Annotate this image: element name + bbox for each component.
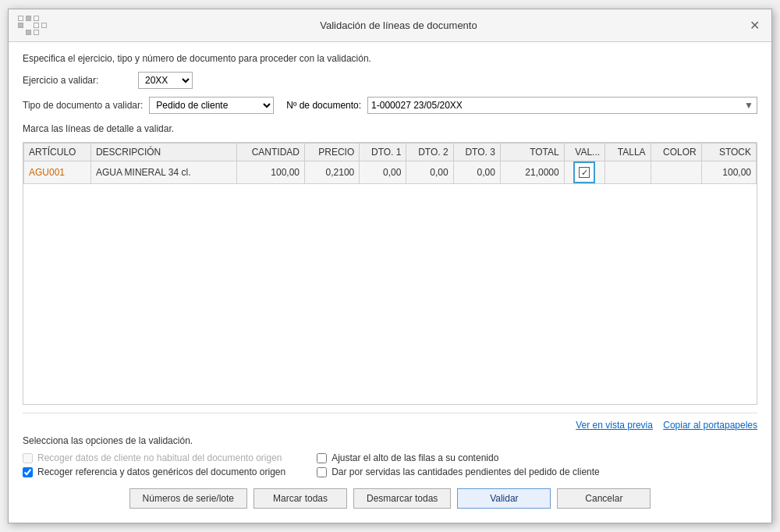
options-label: Selecciona las opciones de la validación… xyxy=(23,435,757,446)
option-checkbox-2[interactable] xyxy=(23,467,33,477)
cell-stock: 100,00 xyxy=(701,161,756,184)
col-dto3: DTO. 3 xyxy=(453,144,500,161)
table-header-row: ARTÍCULO DESCRIPCIÓN CANTIDAD PRECIO DTO… xyxy=(24,144,757,161)
bottom-section: Ver en vista previa Copiar al portapapel… xyxy=(23,413,757,512)
main-dialog: Validación de líneas de documento ✕ Espe… xyxy=(8,9,772,523)
ejercicio-label: Ejercicio a validar: xyxy=(23,75,132,86)
options-col-left: Recoger datos de cliente no habitual del… xyxy=(23,452,285,477)
cell-color xyxy=(651,161,701,184)
cell-precio: 0,2100 xyxy=(305,161,360,184)
option-label-3: Ajustar el alto de las filas a su conten… xyxy=(332,452,498,463)
col-articulo: ARTÍCULO xyxy=(24,144,91,161)
cell-dto2: 0,00 xyxy=(406,161,453,184)
preview-link[interactable]: Ver en vista previa xyxy=(576,420,653,431)
col-total: TOTAL xyxy=(500,144,564,161)
option-label-2: Recoger referencia y datos genéricos del… xyxy=(37,466,285,477)
cell-total: 21,0000 xyxy=(500,161,564,184)
marcar-button[interactable]: Marcar todas xyxy=(254,488,347,509)
option-label-1: Recoger datos de cliente no habitual del… xyxy=(37,452,282,463)
numeros-button[interactable]: Números de serie/lote xyxy=(129,488,247,509)
data-table: ARTÍCULO DESCRIPCIÓN CANTIDAD PRECIO DTO… xyxy=(23,143,757,184)
cell-dto3: 0,00 xyxy=(453,161,500,184)
tipo-row: Tipo de documento a validar: Pedido de c… xyxy=(23,97,757,114)
option-row-3: Ajustar el alto de las filas a su conten… xyxy=(317,452,600,463)
doc-num-label: Nº de documento: xyxy=(286,100,361,111)
option-checkbox-1[interactable] xyxy=(23,453,33,463)
close-button[interactable]: ✕ xyxy=(746,18,762,34)
cell-talla xyxy=(605,161,651,184)
validar-button[interactable]: Validar xyxy=(457,488,551,509)
cancelar-button[interactable]: Cancelar xyxy=(557,488,651,509)
cell-dto1: 0,00 xyxy=(360,161,406,184)
col-stock: STOCK xyxy=(701,144,756,161)
cell-val[interactable]: ✓ xyxy=(564,161,604,184)
option-checkbox-3[interactable] xyxy=(317,453,327,463)
col-precio: PRECIO xyxy=(305,144,360,161)
options-col-right: Ajustar el alto de las filas a su conten… xyxy=(317,452,600,477)
options-row: Recoger datos de cliente no habitual del… xyxy=(23,452,757,477)
col-dto2: DTO. 2 xyxy=(406,144,453,161)
option-row-1: Recoger datos de cliente no habitual del… xyxy=(23,452,285,463)
cell-articulo: AGU001 xyxy=(24,161,91,184)
option-row-4: Dar por servidas las cantidades pendient… xyxy=(317,466,600,477)
doc-num-input[interactable]: 1-000027 23/05/20XX ▼ xyxy=(367,97,757,114)
title-bar: Validación de líneas de documento ✕ xyxy=(9,9,771,42)
title-logo xyxy=(18,16,51,35)
preview-links: Ver en vista previa Copiar al portapapel… xyxy=(23,420,757,431)
dialog-title: Validación de líneas de documento xyxy=(51,20,746,31)
col-val: VAL... xyxy=(564,144,604,161)
data-table-container: ARTÍCULO DESCRIPCIÓN CANTIDAD PRECIO DTO… xyxy=(23,142,757,405)
buttons-row: Números de serie/lote Marcar todas Desma… xyxy=(23,482,757,512)
mark-instruction: Marca las líneas de detalle a validar. xyxy=(23,123,757,134)
option-checkbox-4[interactable] xyxy=(317,467,327,477)
col-color: COLOR xyxy=(651,144,701,161)
tipo-select[interactable]: Pedido de cliente xyxy=(149,97,274,114)
dialog-body: Especifica el ejercicio, tipo y número d… xyxy=(9,42,771,523)
instruction-text: Especifica el ejercicio, tipo y número d… xyxy=(23,53,757,64)
option-label-4: Dar por servidas las cantidades pendient… xyxy=(332,466,600,477)
option-row-2: Recoger referencia y datos genéricos del… xyxy=(23,466,285,477)
val-checkbox[interactable]: ✓ xyxy=(579,167,590,178)
col-talla: TALLA xyxy=(605,144,651,161)
col-descripcion: DESCRIPCIÓN xyxy=(90,144,236,161)
cell-cantidad: 100,00 xyxy=(237,161,305,184)
col-dto1: DTO. 1 xyxy=(360,144,406,161)
cell-descripcion: AGUA MINERAL 34 cl. xyxy=(90,161,236,184)
tipo-label: Tipo de documento a validar: xyxy=(23,100,143,111)
desmarcar-button[interactable]: Desmarcar todas xyxy=(353,488,451,509)
col-cantidad: CANTIDAD xyxy=(237,144,305,161)
ejercicio-select[interactable]: 20XX xyxy=(138,72,193,89)
ejercicio-row: Ejercicio a validar: 20XX xyxy=(23,72,757,89)
app-logo xyxy=(18,16,48,35)
copy-link[interactable]: Copiar al portapapeles xyxy=(663,420,757,431)
table-row: AGU001 AGUA MINERAL 34 cl. 100,00 0,2100… xyxy=(24,161,757,184)
